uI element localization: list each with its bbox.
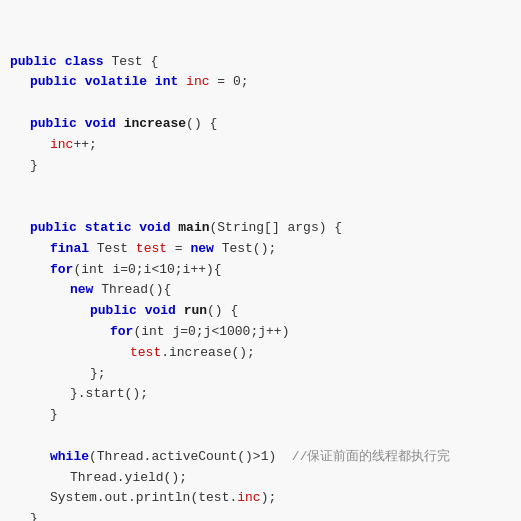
code-line: }.start(); [10,384,511,405]
token-normal [77,220,85,235]
token-keyword: new [70,282,93,297]
token-normal [116,116,124,131]
code-line [10,93,511,114]
token-normal: ); [261,490,277,505]
token-keyword: void [145,303,176,318]
token-normal [77,74,85,89]
token-keyword: static [85,220,132,235]
code-line: new Thread(){ [10,280,511,301]
token-normal: (Thread.activeCount()>1) [89,449,292,464]
token-normal [57,54,65,69]
code-line: while(Thread.activeCount()>1) //保证前面的线程都… [10,447,511,468]
token-keyword: public [30,220,77,235]
code-block: public class Test {public volatile int i… [0,0,521,521]
token-method: increase [124,116,186,131]
code-line [10,176,511,197]
token-normal: ++; [73,137,96,152]
token-keyword: class [65,54,104,69]
token-normal [178,74,186,89]
code-line: Thread.yield(); [10,468,511,489]
token-normal: Test [89,241,136,256]
token-normal: = [167,241,190,256]
code-line: System.out.println(test.inc); [10,488,511,509]
token-normal: () { [186,116,217,131]
token-normal: } [30,158,38,173]
token-variable: inc [186,74,209,89]
token-variable: inc [50,137,73,152]
token-keyword: new [190,241,213,256]
token-normal: (int i=0;i<10;i++){ [73,262,221,277]
token-keyword: final [50,241,89,256]
code-line: inc++; [10,135,511,156]
token-normal: System.out.println(test. [50,490,237,505]
token-normal [137,303,145,318]
token-keyword: int [155,74,178,89]
token-normal: Test { [104,54,159,69]
token-variable: test [136,241,167,256]
code-line: public class Test { [10,52,511,73]
token-normal: .increase(); [161,345,255,360]
token-variable: inc [237,490,260,505]
token-normal: (int j=0;j<1000;j++) [133,324,289,339]
token-keyword: void [85,116,116,131]
token-normal: Thread.yield(); [70,470,187,485]
token-normal: } [50,407,58,422]
token-keyword: public [90,303,137,318]
token-normal [77,116,85,131]
token-keyword: volatile [85,74,147,89]
token-comment: //保证前面的线程都执行完 [292,449,451,464]
token-keyword: while [50,449,89,464]
code-line: public volatile int inc = 0; [10,72,511,93]
code-line: test.increase(); [10,343,511,364]
code-line: }; [10,364,511,385]
code-line: } [10,156,511,177]
token-keyword: public [10,54,57,69]
token-normal: (String[] args) { [210,220,343,235]
token-keyword: for [110,324,133,339]
code-line: } [10,405,511,426]
token-normal [176,303,184,318]
code-line [10,197,511,218]
token-normal: () { [207,303,238,318]
code-line: for(int j=0;j<1000;j++) [10,322,511,343]
code-line: public static void main(String[] args) { [10,218,511,239]
code-line: } [10,509,511,521]
token-normal: }; [90,366,106,381]
token-method: main [178,220,209,235]
token-keyword: for [50,262,73,277]
code-line: public void run() { [10,301,511,322]
token-normal: Test(); [214,241,276,256]
code-line: final Test test = new Test(); [10,239,511,260]
token-normal: } [30,511,38,521]
code-line [10,426,511,447]
token-normal: Thread(){ [93,282,171,297]
token-keyword: public [30,116,77,131]
token-normal: = 0; [209,74,248,89]
token-keyword: void [139,220,170,235]
token-variable: test [130,345,161,360]
code-line: public void increase() { [10,114,511,135]
token-normal: }.start(); [70,386,148,401]
code-line: for(int i=0;i<10;i++){ [10,260,511,281]
token-keyword: public [30,74,77,89]
token-normal [147,74,155,89]
token-method: run [184,303,207,318]
